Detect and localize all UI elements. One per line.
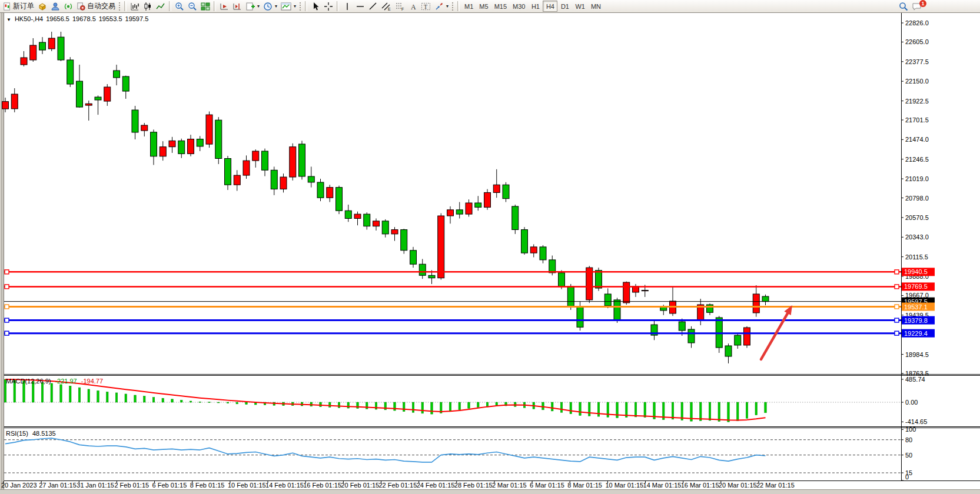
time-tick-label[interactable]: 20 Feb 01:15: [341, 482, 379, 489]
candle-47: [438, 213, 444, 280]
cursor-button[interactable]: [309, 1, 322, 12]
timeframe-w1[interactable]: W1: [572, 1, 588, 12]
timeframe-m15[interactable]: M15: [491, 1, 510, 12]
chart-title: ▼HK50-,H419656.519678.519553.519597.5: [6, 15, 151, 22]
time-tick-label[interactable]: 24 Feb 01:15: [417, 482, 455, 489]
new-order-button[interactable]: 新订单: [1, 1, 36, 12]
time-tick-label[interactable]: 2 Mar 01:15: [492, 482, 527, 489]
toolbar-separator: [305, 1, 307, 11]
macd-bar: [579, 402, 582, 415]
time-tick-label[interactable]: 28 Feb 01:15: [454, 482, 493, 489]
horizontal-line-button[interactable]: [354, 1, 367, 12]
trendline-button[interactable]: [367, 1, 380, 12]
svg-text:F: F: [401, 7, 404, 11]
chart-canvas[interactable]: 22826.022605.022377.522150.021922.521701…: [0, 0, 980, 494]
level-handle-right[interactable]: [895, 285, 899, 289]
bar-chart-button[interactable]: [128, 1, 141, 12]
profiles-button[interactable]: [36, 1, 49, 12]
period-button[interactable]: ▾: [261, 1, 279, 12]
level-handle-left[interactable]: [5, 331, 9, 335]
time-tick-label[interactable]: 14 Feb 01:15: [265, 482, 304, 489]
level-handle-right[interactable]: [895, 270, 899, 274]
zoom-in-icon: [175, 2, 184, 11]
level-handle-left[interactable]: [5, 270, 9, 274]
signals-button[interactable]: [62, 1, 75, 12]
text-button[interactable]: A: [407, 1, 419, 12]
level-handle-left[interactable]: [5, 318, 9, 322]
chart-window-bg[interactable]: [0, 13, 980, 490]
equidistant-channel-button[interactable]: E: [380, 1, 393, 12]
search-icon: [899, 2, 908, 11]
candle-body: [21, 58, 27, 65]
candle-body: [456, 210, 463, 214]
macd-bar: [357, 402, 359, 408]
auto-scroll-button[interactable]: [218, 1, 231, 12]
level-handle-right[interactable]: [895, 305, 899, 309]
crosshair-button[interactable]: [322, 1, 335, 12]
level-handle-left[interactable]: [5, 305, 9, 309]
dropdown-caret-icon: ▾: [257, 4, 260, 9]
candle-body: [447, 210, 454, 216]
channel-icon: E: [381, 2, 391, 11]
toolbar-separator: [337, 1, 339, 11]
chat-button[interactable]: 1: [910, 1, 923, 12]
time-tick-label[interactable]: 6 Feb 01:15: [152, 482, 187, 489]
timeframe-h4[interactable]: H4: [543, 1, 557, 12]
time-tick-label[interactable]: 2 Feb 01:15: [114, 482, 149, 489]
candle-body: [530, 247, 537, 253]
level-handle-right[interactable]: [895, 318, 899, 322]
candle-body: [567, 286, 574, 306]
candlestick-chart-button[interactable]: [141, 1, 154, 12]
zoom-out-button[interactable]: [186, 1, 199, 12]
timeframe-m30[interactable]: M30: [510, 1, 528, 12]
auto-trading-button[interactable]: 自动交易: [75, 1, 117, 12]
vertical-line-button[interactable]: [341, 1, 354, 12]
arrows-button[interactable]: ▾: [433, 1, 450, 12]
time-tick-label[interactable]: 22 Feb 01:15: [379, 482, 417, 489]
level-handle-right[interactable]: [895, 331, 899, 335]
fibonacci-button[interactable]: F: [393, 1, 407, 12]
candle-body: [484, 192, 491, 207]
macd-bar: [737, 402, 739, 420]
timeframe-h1[interactable]: H1: [528, 1, 543, 12]
search-button[interactable]: [897, 1, 910, 12]
macd-bar: [709, 402, 711, 420]
candle-80: [744, 326, 750, 348]
price-tick-label: 21019.0: [905, 175, 929, 182]
time-tick-label[interactable]: 22 Mar 01:15: [756, 482, 795, 489]
time-tick-label[interactable]: 16 Mar 01:15: [681, 482, 719, 489]
dropdown-caret-icon: ▾: [294, 4, 296, 9]
time-tick-label[interactable]: 14 Mar 01:15: [643, 482, 682, 489]
time-tick-label[interactable]: 10 Mar 01:15: [605, 482, 643, 489]
text-label-button[interactable]: T: [419, 1, 433, 12]
time-tick-label[interactable]: 8 Feb 01:15: [190, 482, 225, 489]
zoom-in-button[interactable]: [173, 1, 186, 12]
time-tick-label[interactable]: 8 Mar 01:15: [567, 482, 602, 489]
timeframe-mn[interactable]: MN: [588, 1, 604, 12]
macd-axis-label: 0.00: [905, 399, 918, 406]
time-tick-label[interactable]: 16 Feb 01:15: [303, 482, 341, 489]
toolbar-separator: [124, 1, 127, 11]
templates-button[interactable]: ▾: [279, 1, 298, 12]
candle-body: [762, 296, 769, 302]
time-tick-label[interactable]: 31 Jan 01:15: [77, 482, 114, 489]
timeframe-d1[interactable]: D1: [557, 1, 572, 12]
time-tick-label[interactable]: 10 Feb 01:15: [228, 482, 266, 489]
tile-windows-button[interactable]: [199, 1, 212, 12]
timeframe-m5[interactable]: M5: [476, 1, 491, 12]
time-tick-label[interactable]: 20 Mar 01:15: [719, 482, 757, 489]
timeframe-m1[interactable]: M1: [461, 1, 476, 12]
chart-dropdown-icon[interactable]: ▼: [6, 17, 11, 22]
macd-bar: [199, 402, 201, 402]
time-tick-label[interactable]: 27 Jan 01:15: [39, 482, 77, 489]
candle-body: [438, 216, 444, 278]
macd-bar: [477, 402, 480, 407]
chart-shift-button[interactable]: [231, 1, 244, 12]
axis-badge-19379.8: 19379.8: [902, 316, 935, 325]
new-chart-button[interactable]: ▾: [244, 1, 261, 12]
time-tick-label[interactable]: 20 Jan 2023: [1, 482, 37, 489]
level-handle-left[interactable]: [5, 285, 9, 289]
time-tick-label[interactable]: 6 Mar 01:15: [530, 482, 564, 489]
accounts-button[interactable]: [49, 1, 62, 12]
line-chart-button[interactable]: [154, 1, 167, 12]
